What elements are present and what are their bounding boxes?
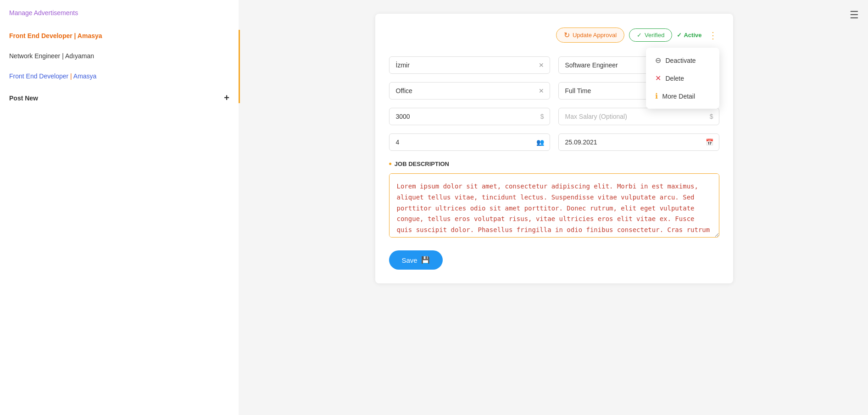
save-button[interactable]: Save 💾 xyxy=(389,250,443,270)
dropdown-more-detail[interactable]: ℹ More Detail xyxy=(646,87,719,105)
city-clear-icon[interactable]: ✕ xyxy=(539,61,544,69)
active-button[interactable]: ✓ Active xyxy=(677,32,701,39)
min-salary-field[interactable]: $ xyxy=(389,108,550,125)
dollar-icon-min: $ xyxy=(540,113,544,120)
form-row-3: $ $ xyxy=(389,108,719,125)
delete-icon: ✕ xyxy=(655,74,661,83)
save-label: Save xyxy=(402,256,417,264)
job-description-textarea[interactable]: Lorem ipsum dolor sit amet, consectetur … xyxy=(389,173,719,238)
advertisement-card: ↻ Update Approval ✓ Verified ✓ Active ⋮ … xyxy=(375,14,733,283)
work-type-clear-icon[interactable]: ✕ xyxy=(539,87,544,94)
hamburger-menu[interactable]: ☰ xyxy=(850,9,859,21)
job-description-label: JOB DESCRIPTION xyxy=(389,159,719,169)
save-icon: 💾 xyxy=(421,256,430,264)
sidebar-item-1-label: Front End Developer | Amasya xyxy=(9,32,102,39)
hamburger-icon: ☰ xyxy=(850,9,859,21)
deadline-field[interactable]: 📅 xyxy=(558,133,719,151)
sidebar-item-1[interactable]: Front End Developer | Amasya xyxy=(0,26,239,46)
city-field[interactable]: ✕ xyxy=(389,56,550,74)
more-options-button[interactable]: ⋮ xyxy=(707,30,719,41)
sidebar-item-3-label: Front End Developer | Amasya xyxy=(9,72,96,80)
form-row-4: 👥 📅 xyxy=(389,133,719,151)
deadline-input[interactable] xyxy=(565,138,701,146)
verified-button[interactable]: ✓ Verified xyxy=(629,28,672,42)
city-input[interactable] xyxy=(396,61,531,69)
sidebar-item-3[interactable]: Front End Developer | Amasya xyxy=(0,66,239,86)
main-content: ↻ Update Approval ✓ Verified ✓ Active ⋮ … xyxy=(240,0,868,415)
verified-label: Verified xyxy=(645,32,664,39)
people-icon: 👥 xyxy=(536,138,544,146)
sidebar-title: Manage Advertisements xyxy=(0,9,239,26)
more-detail-label: More Detail xyxy=(662,93,696,100)
deactivate-label: Deactivate xyxy=(666,57,696,64)
dropdown-menu: ⊖ Deactivate ✕ Delete ℹ More Detail xyxy=(646,48,719,109)
plus-icon: + xyxy=(224,93,229,103)
sidebar: Manage Advertisements Front End Develope… xyxy=(0,0,239,415)
verified-icon: ✓ xyxy=(637,32,642,39)
update-approval-label: Update Approval xyxy=(573,32,617,39)
post-new-label: Post New xyxy=(9,94,38,102)
update-approval-button[interactable]: ↻ Update Approval xyxy=(556,28,624,43)
max-salary-field[interactable]: $ xyxy=(558,108,719,125)
sidebar-item-2[interactable]: Network Engineer | Adıyaman xyxy=(0,46,239,66)
headcount-input[interactable] xyxy=(396,138,531,146)
sidebar-item-2-label: Network Engineer | Adıyaman xyxy=(9,52,94,60)
delete-label: Delete xyxy=(666,75,684,82)
deactivate-icon: ⊖ xyxy=(655,56,661,65)
work-type-field[interactable]: ✕ xyxy=(389,82,550,100)
min-salary-input[interactable] xyxy=(396,113,531,120)
headcount-field[interactable]: 👥 xyxy=(389,133,550,151)
sidebar-item-post-new[interactable]: Post New + xyxy=(0,86,239,110)
dropdown-delete[interactable]: ✕ Delete xyxy=(646,69,719,87)
active-checkmark-icon: ✓ xyxy=(677,32,682,39)
action-bar: ↻ Update Approval ✓ Verified ✓ Active ⋮ … xyxy=(389,28,719,43)
work-type-input[interactable] xyxy=(396,87,531,94)
calendar-icon[interactable]: 📅 xyxy=(706,138,713,146)
dots-icon: ⋮ xyxy=(708,30,718,41)
dollar-icon-max: $ xyxy=(710,113,713,120)
dropdown-deactivate[interactable]: ⊖ Deactivate xyxy=(646,51,719,69)
max-salary-input[interactable] xyxy=(565,113,701,120)
save-section: Save 💾 xyxy=(389,250,719,270)
update-icon: ↻ xyxy=(564,31,570,39)
more-detail-icon: ℹ xyxy=(655,92,658,100)
active-label: Active xyxy=(684,32,701,39)
